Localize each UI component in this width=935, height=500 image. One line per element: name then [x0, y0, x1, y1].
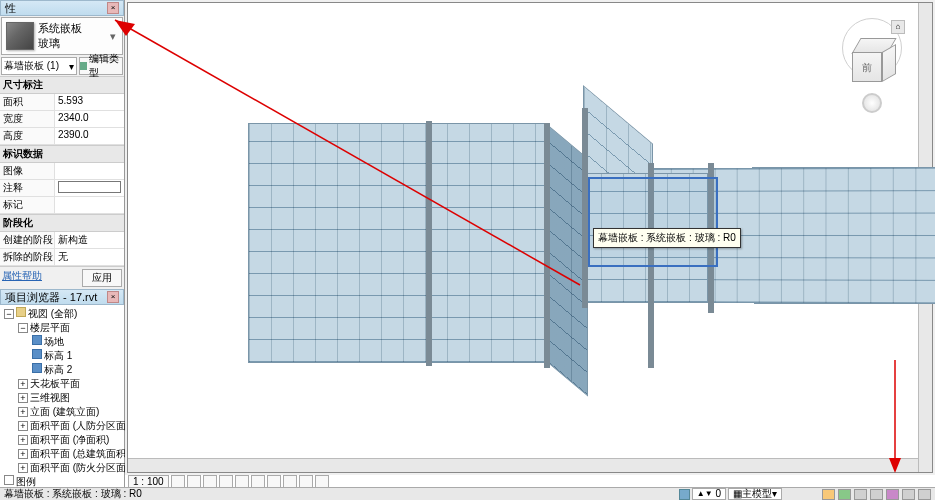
group-identity[interactable]: 标识数据	[0, 145, 124, 163]
properties-header[interactable]: 性 ×	[0, 0, 124, 16]
status-text: 幕墙嵌板 : 系统嵌板 : 玻璃 : R0	[4, 487, 142, 500]
type-primary: 系统嵌板	[38, 21, 106, 36]
legend-icon	[4, 475, 14, 485]
prop-image[interactable]	[55, 163, 124, 179]
select-pinned-icon[interactable]	[854, 489, 867, 500]
view-icon	[32, 363, 42, 373]
selected-panel[interactable]	[588, 177, 718, 267]
collapse-icon[interactable]: −	[18, 323, 28, 333]
viewcube[interactable]: 前	[852, 38, 894, 80]
tree-item[interactable]: +三维视图	[18, 391, 122, 405]
home-icon[interactable]: ⌂	[891, 20, 905, 34]
properties-title: 性	[5, 0, 16, 16]
collapse-icon[interactable]: −	[4, 309, 14, 319]
scrollbar-horizontal[interactable]	[128, 458, 918, 472]
prop-row: 创建的阶段新构造	[0, 232, 124, 249]
expand-icon[interactable]: +	[18, 379, 28, 389]
project-browser-tree[interactable]: −视図 (全部) −楼层平面 场地 标高 1 标高 2 +天花板平面 +三维视图…	[0, 305, 124, 500]
expand-icon[interactable]: +	[18, 421, 28, 431]
prop-row: 图像	[0, 163, 124, 180]
expand-icon[interactable]: +	[18, 463, 28, 473]
tree-item[interactable]: +面积平面 (防火分区面积)	[18, 461, 122, 475]
tree-item[interactable]: 标高 2	[32, 363, 122, 377]
status-bar: 幕墙嵌板 : 系统嵌板 : 玻璃 : R0 ▲▼ 0 ▦ 主模型 ▾	[0, 487, 935, 500]
drag-elements-icon[interactable]	[886, 489, 899, 500]
view-icon	[32, 349, 42, 359]
prop-mark[interactable]	[55, 197, 124, 213]
tree-item[interactable]: 场地	[32, 335, 122, 349]
type-selector[interactable]: 系统嵌板 玻璃 ▾	[1, 17, 123, 55]
prop-width[interactable]: 2340.0	[55, 111, 124, 127]
prop-row: 注释	[0, 180, 124, 197]
tree-item[interactable]: +天花板平面	[18, 377, 122, 391]
prop-phase-demolished[interactable]: 无	[55, 249, 124, 265]
status-count[interactable]: ▲▼ 0	[692, 488, 726, 500]
prop-phase-created[interactable]: 新构造	[55, 232, 124, 248]
group-phasing[interactable]: 阶段化	[0, 214, 124, 232]
apply-button[interactable]: 应用	[82, 269, 122, 287]
element-tooltip: 幕墙嵌板 : 系统嵌板 : 玻璃 : R0	[593, 228, 741, 248]
worksets-icon[interactable]	[679, 489, 690, 500]
type-thumbnail-icon	[6, 22, 34, 50]
browser-title: 项目浏览器 - 17.rvt	[5, 289, 97, 305]
prop-row: 标记	[0, 197, 124, 214]
close-icon[interactable]: ×	[107, 2, 119, 14]
prop-row: 面积5.593	[0, 94, 124, 111]
viewcube-front[interactable]: 前	[852, 52, 882, 82]
edit-icon	[80, 62, 87, 70]
view-icon	[32, 335, 42, 345]
expand-icon[interactable]: +	[18, 407, 28, 417]
properties-help-link[interactable]: 属性帮助	[2, 269, 78, 287]
folder-icon	[16, 307, 26, 317]
prop-area[interactable]: 5.593	[55, 94, 124, 110]
close-icon[interactable]: ×	[107, 291, 119, 303]
chevron-down-icon[interactable]: ▾	[106, 30, 120, 43]
prop-row: 高度2390.0	[0, 128, 124, 145]
browser-header[interactable]: 项目浏览器 - 17.rvt ×	[0, 289, 124, 305]
prop-row: 拆除的阶段无	[0, 249, 124, 266]
select-links-icon[interactable]	[822, 489, 835, 500]
edit-type-button[interactable]: 编辑类型	[79, 57, 123, 75]
design-options[interactable]: ▦ 主模型 ▾	[728, 488, 782, 500]
tree-item[interactable]: +面积平面 (净面积)	[18, 433, 122, 447]
filter-count-icon[interactable]	[918, 489, 931, 500]
expand-icon[interactable]: +	[18, 435, 28, 445]
expand-icon[interactable]: +	[18, 393, 28, 403]
expand-icon[interactable]: +	[18, 449, 28, 459]
select-underlay-icon[interactable]	[838, 489, 851, 500]
type-secondary: 玻璃	[38, 36, 106, 51]
tree-item[interactable]: +面积平面 (人防分区面积)	[18, 419, 122, 433]
chevron-down-icon: ▾	[69, 61, 74, 72]
viewport-3d[interactable]: ⌂ 前 幕墙嵌板 : 系统嵌板 : 玻璃 : R0	[125, 0, 935, 475]
filter-icon[interactable]	[902, 489, 915, 500]
prop-comment[interactable]	[55, 180, 124, 196]
family-combo[interactable]: 幕墙嵌板 (1) ▾	[1, 57, 77, 75]
prop-row: 宽度2340.0	[0, 111, 124, 128]
prop-height[interactable]: 2390.0	[55, 128, 124, 144]
tree-item[interactable]: +面积平面 (总建筑面积)	[18, 447, 122, 461]
tree-item[interactable]: +立面 (建筑立面)	[18, 405, 122, 419]
tree-item[interactable]: 标高 1	[32, 349, 122, 363]
select-face-icon[interactable]	[870, 489, 883, 500]
